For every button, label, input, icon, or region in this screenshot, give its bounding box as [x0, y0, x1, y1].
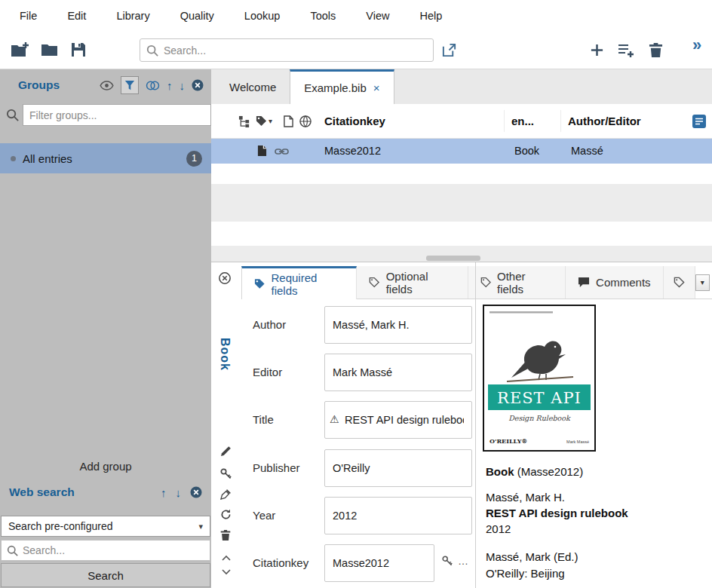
tag-icon[interactable]	[256, 115, 267, 127]
group-color-dot	[11, 156, 16, 161]
entry-type-label[interactable]: Book	[218, 338, 232, 371]
menu-edit[interactable]: Edit	[52, 10, 101, 22]
group-tree-icon[interactable]	[238, 115, 250, 127]
column-header-entrytype[interactable]: en...	[511, 104, 534, 139]
sidebar: Groups ↑ ↓ All entries 1 Add group	[0, 69, 211, 588]
web-search-input[interactable]	[23, 544, 204, 556]
chevron-up-icon	[222, 555, 231, 561]
group-count-badge: 1	[186, 151, 202, 167]
more-options-icon[interactable]: …	[458, 555, 468, 567]
tab-required-fields[interactable]: Required fields	[241, 266, 357, 299]
tab-comments[interactable]: Comments	[566, 266, 664, 299]
column-separator	[560, 110, 561, 132]
tab-welcome[interactable]: Welcome	[216, 69, 290, 104]
cell-entrytype: Book	[514, 139, 539, 164]
web-search-button[interactable]: Search	[1, 563, 210, 587]
new-library-button[interactable]	[11, 41, 30, 58]
globe-column-icon[interactable]	[299, 115, 312, 127]
link-icon[interactable]	[275, 147, 289, 156]
preview-citekey: (Masse2012)	[517, 465, 584, 478]
close-entry-editor-button[interactable]	[219, 272, 231, 284]
svg-text:Design Rulebook: Design Rulebook	[508, 414, 571, 423]
refresh-entry-button[interactable]	[220, 509, 232, 520]
field-input-author[interactable]	[324, 306, 472, 344]
previous-entry-button[interactable]	[222, 555, 231, 561]
close-web-search-button[interactable]	[190, 486, 202, 498]
main-toolbar: »	[0, 32, 712, 69]
menu-file[interactable]: File	[5, 10, 52, 22]
search-icon	[146, 44, 158, 57]
menu-lookup[interactable]: Lookup	[229, 10, 296, 22]
column-settings-button[interactable]	[692, 115, 706, 128]
cleanup-entry-button[interactable]	[220, 488, 232, 500]
menu-quality[interactable]: Quality	[165, 10, 229, 22]
move-group-up-button[interactable]: ↑	[167, 79, 173, 92]
arrow-down-icon: ↓	[176, 486, 182, 499]
close-circle-icon	[219, 272, 231, 284]
search-input[interactable]	[164, 44, 427, 57]
toggle-view-button[interactable]	[100, 81, 114, 90]
group-intersection-button[interactable]	[146, 81, 160, 90]
field-label-editor: Editor	[253, 366, 282, 378]
editor-splitter[interactable]	[475, 262, 476, 588]
intersection-icon	[146, 81, 160, 90]
field-input-publisher[interactable]	[324, 449, 472, 487]
move-panel-up-button[interactable]: ↑	[161, 486, 167, 499]
table-empty-stripe	[211, 184, 712, 222]
refresh-icon	[220, 509, 232, 520]
entry-editor: Book Required fields	[211, 262, 712, 588]
move-group-down-button[interactable]: ↓	[180, 79, 186, 92]
trash-icon	[220, 529, 231, 541]
column-header-citationkey[interactable]: Citationkey	[324, 104, 385, 139]
column-header-author[interactable]: Author/Editor	[568, 104, 641, 139]
field-input-year[interactable]	[324, 497, 472, 534]
toolbar-overflow-button[interactable]: »	[692, 35, 701, 55]
open-search-window-button[interactable]	[441, 42, 457, 58]
group-all-entries[interactable]: All entries 1	[0, 143, 211, 173]
edit-entry-type-button[interactable]	[220, 446, 232, 457]
field-input-citationkey[interactable]	[324, 544, 434, 582]
menu-help[interactable]: Help	[404, 10, 457, 22]
fetcher-select[interactable]: Search pre-configured ▾	[1, 516, 210, 537]
generate-citekey-button[interactable]	[220, 468, 232, 479]
field-label-publisher: Publisher	[253, 461, 300, 474]
tab-library[interactable]: Example.bib ×	[290, 69, 394, 104]
filter-groups-input[interactable]	[23, 104, 211, 126]
next-entry-button[interactable]	[222, 569, 231, 575]
field-input-editor[interactable]	[324, 354, 472, 391]
tab-optional-fields[interactable]: Optional fields	[357, 266, 468, 299]
close-tab-icon[interactable]: ×	[373, 81, 380, 94]
table-row[interactable]: Masse2012 Book Massé	[211, 139, 712, 164]
delete-entry-button[interactable]	[220, 529, 231, 541]
caret-down-icon[interactable]: ▾	[269, 104, 272, 139]
tag-outline-icon	[674, 277, 685, 288]
tab-other-fields[interactable]: Other fields	[468, 266, 566, 299]
horizontal-scrollbar[interactable]	[426, 256, 480, 261]
open-library-button[interactable]	[41, 43, 58, 57]
field-label-author: Author	[253, 318, 286, 331]
field-input-title[interactable]	[324, 401, 472, 439]
key-icon[interactable]	[442, 556, 453, 566]
column-settings-icon	[692, 115, 706, 128]
cell-author: Massé	[571, 139, 603, 164]
move-panel-down-button[interactable]: ↓	[176, 486, 182, 499]
filter-groups-toggle[interactable]	[121, 76, 139, 94]
delete-entry-button[interactable]	[649, 42, 663, 58]
tab-custom-fields[interactable]	[664, 266, 695, 299]
file-column-icon[interactable]	[284, 115, 293, 127]
global-search-box	[140, 38, 434, 62]
menu-tools[interactable]: Tools	[295, 10, 351, 22]
field-label-citationkey: Citationkey	[253, 556, 308, 569]
editor-tab-overflow-select[interactable]: ▾	[695, 274, 710, 291]
add-group-button[interactable]: Add group	[0, 460, 211, 473]
menu-view[interactable]: View	[351, 10, 404, 22]
close-groups-button[interactable]	[192, 79, 204, 91]
svg-text:REST API: REST API	[497, 389, 582, 407]
field-label-year: Year	[253, 509, 275, 522]
save-library-button[interactable]	[71, 42, 86, 57]
new-entry-button[interactable]	[590, 43, 604, 57]
import-entries-button[interactable]	[617, 42, 635, 59]
linked-file-icon[interactable]	[257, 145, 267, 157]
search-icon	[7, 545, 18, 556]
menu-library[interactable]: Library	[101, 10, 164, 22]
